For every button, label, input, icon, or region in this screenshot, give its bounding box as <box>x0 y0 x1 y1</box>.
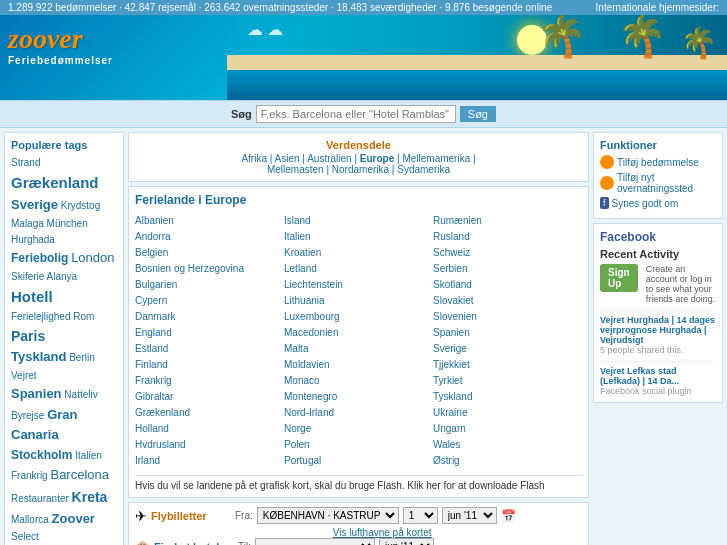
tag-vejret[interactable]: Vejret <box>11 370 37 381</box>
tag-malaga[interactable]: Malaga <box>11 218 44 229</box>
country-skotland[interactable]: Skotland <box>433 277 582 293</box>
link-afrika[interactable]: Afrika <box>241 153 267 164</box>
tag-spanien[interactable]: Spanien <box>11 386 62 401</box>
country-danmark[interactable]: Danmark <box>135 309 284 325</box>
tag-zoover[interactable]: Zoover <box>52 511 95 526</box>
num-select[interactable]: 1 <box>403 507 438 524</box>
tag-berlin[interactable]: Berlin <box>69 352 95 363</box>
country-kroatien[interactable]: Kroatien <box>284 245 433 261</box>
tag-hotell[interactable]: Hotell <box>11 288 53 305</box>
country-belgien[interactable]: Belgien <box>135 245 284 261</box>
link-mellemamerika[interactable]: Mellemamerika <box>402 153 470 164</box>
search-button[interactable]: Søg <box>460 106 496 122</box>
country-oestrig[interactable]: Østrig <box>433 453 582 469</box>
country-serbien[interactable]: Serbien <box>433 261 582 277</box>
country-graekenland[interactable]: Grækenland <box>135 405 284 421</box>
country-slovakiet[interactable]: Slovakiet <box>433 293 582 309</box>
from-select[interactable]: KØBENHAVN · KASTRUP <box>257 507 399 524</box>
country-island[interactable]: Island <box>284 213 433 229</box>
country-rumaenien[interactable]: Rumænien <box>433 213 582 229</box>
country-andorra[interactable]: Andorra <box>135 229 284 245</box>
tag-select[interactable]: Select <box>11 531 39 542</box>
tag-ferielejlighed[interactable]: Ferielejlighed <box>11 311 70 322</box>
tag-stockholm[interactable]: Stockholm <box>11 448 72 462</box>
country-bosnien[interactable]: Bosnien og Herzegovina <box>135 261 284 277</box>
country-ukraine[interactable]: Ukraine <box>433 405 582 421</box>
link-australien[interactable]: Australien <box>307 153 351 164</box>
country-liechtenstein[interactable]: Liechtenstein <box>284 277 433 293</box>
country-montenegro[interactable]: Montenegro <box>284 389 433 405</box>
tag-paris[interactable]: Paris <box>11 328 45 344</box>
date-select[interactable]: jun '11 <box>442 507 497 524</box>
country-moldavien[interactable]: Moldavien <box>284 357 433 373</box>
tag-byrejse[interactable]: Byrejse <box>11 410 44 421</box>
add-place-text[interactable]: Tilføj nyt overnatningssted <box>617 172 716 194</box>
link-sydamerika[interactable]: Sydamerika <box>397 164 450 175</box>
country-monaco[interactable]: Monaco <box>284 373 433 389</box>
tag-graekenland[interactable]: Grækenland <box>11 174 99 191</box>
country-luxembourg[interactable]: Luxembourg <box>284 309 433 325</box>
tag-italien[interactable]: Italien <box>75 450 102 461</box>
tag-tyskland[interactable]: Tyskland <box>11 349 66 364</box>
tag-natteliv[interactable]: Natteliv <box>64 389 97 400</box>
to-select[interactable] <box>255 538 375 545</box>
country-letland[interactable]: Letland <box>284 261 433 277</box>
tag-london[interactable]: London <box>71 250 114 265</box>
tag-sverige[interactable]: Sverige <box>11 197 58 212</box>
country-tyrkiet[interactable]: Tyrkiet <box>433 373 582 389</box>
tag-restauranter[interactable]: Restauranter <box>11 493 69 504</box>
country-albanien[interactable]: Albanien <box>135 213 284 229</box>
fb-post-2-title[interactable]: Vejret Lefkas stad (Lefkada) | 14 Da... <box>600 366 716 386</box>
search-input[interactable] <box>256 105 456 123</box>
link-nordamerika[interactable]: Nordamerika <box>332 164 389 175</box>
country-england[interactable]: England <box>135 325 284 341</box>
country-polen[interactable]: Polen <box>284 437 433 453</box>
tag-feriebolig[interactable]: Feriebolig <box>11 251 68 265</box>
country-ungarn[interactable]: Ungarn <box>433 421 582 437</box>
to-date-select[interactable]: jun '11 <box>379 538 434 545</box>
country-spanien[interactable]: Spanien <box>433 325 582 341</box>
country-norge[interactable]: Norge <box>284 421 433 437</box>
country-lithuania[interactable]: Lithuania <box>284 293 433 309</box>
like-text[interactable]: Synes godt om <box>612 198 679 209</box>
country-frankrig[interactable]: Frankrig <box>135 373 284 389</box>
country-tjjekkiet[interactable]: Tjjekkiet <box>433 357 582 373</box>
country-gibraltar[interactable]: Gibraltar <box>135 389 284 405</box>
country-rusland[interactable]: Rusland <box>433 229 582 245</box>
country-nordirland[interactable]: Nord-Irland <box>284 405 433 421</box>
country-bulgarien[interactable]: Bulgarien <box>135 277 284 293</box>
country-wales[interactable]: Wales <box>433 437 582 453</box>
link-asien[interactable]: Asien <box>275 153 300 164</box>
link-mellemasten[interactable]: Mellemasten <box>267 164 324 175</box>
country-cypern[interactable]: Cypern <box>135 293 284 309</box>
country-finland[interactable]: Finland <box>135 357 284 373</box>
country-tyskland[interactable]: Tyskland <box>433 389 582 405</box>
tag-kreta[interactable]: Kreta <box>72 489 108 505</box>
tag-barcelona[interactable]: Barcelona <box>50 467 109 482</box>
country-malta[interactable]: Malta <box>284 341 433 357</box>
lufthavne-link[interactable]: Vis lufthavne på kortet <box>333 527 432 538</box>
tag-frankrig[interactable]: Frankrig <box>11 470 48 481</box>
add-place-link[interactable]: Tilføj nyt overnatningssted <box>600 172 716 194</box>
country-schweiz[interactable]: Schweiz <box>433 245 582 261</box>
tag-rom[interactable]: Rom <box>73 311 94 322</box>
add-review-link[interactable]: Tilføj bedømmelse <box>600 155 716 169</box>
country-italien[interactable]: Italien <box>284 229 433 245</box>
country-holland[interactable]: Holland <box>135 421 284 437</box>
tag-mallorca[interactable]: Mallorca <box>11 514 49 525</box>
country-slovenien[interactable]: Slovenien <box>433 309 582 325</box>
tag-skiferie[interactable]: Skiferie <box>11 271 44 282</box>
tag-krydstog[interactable]: Krydstog <box>61 200 100 211</box>
add-review-text[interactable]: Tilføj bedømmelse <box>617 157 699 168</box>
country-estland[interactable]: Estland <box>135 341 284 357</box>
country-hvdrusland[interactable]: Hvdrusland <box>135 437 284 453</box>
country-portugal[interactable]: Portugal <box>284 453 433 469</box>
tag-munchen[interactable]: München <box>47 218 88 229</box>
like-link[interactable]: f Synes godt om <box>600 197 716 209</box>
fb-post-1-title[interactable]: Vejret Hurghada | 14 dages vejrprognose … <box>600 315 716 345</box>
country-sverige[interactable]: Sverige <box>433 341 582 357</box>
country-irland[interactable]: Irland <box>135 453 284 469</box>
tag-alanya[interactable]: Alanya <box>47 271 78 282</box>
tag-strand[interactable]: Strand <box>11 157 40 168</box>
signup-button[interactable]: Sign Up <box>600 264 638 292</box>
